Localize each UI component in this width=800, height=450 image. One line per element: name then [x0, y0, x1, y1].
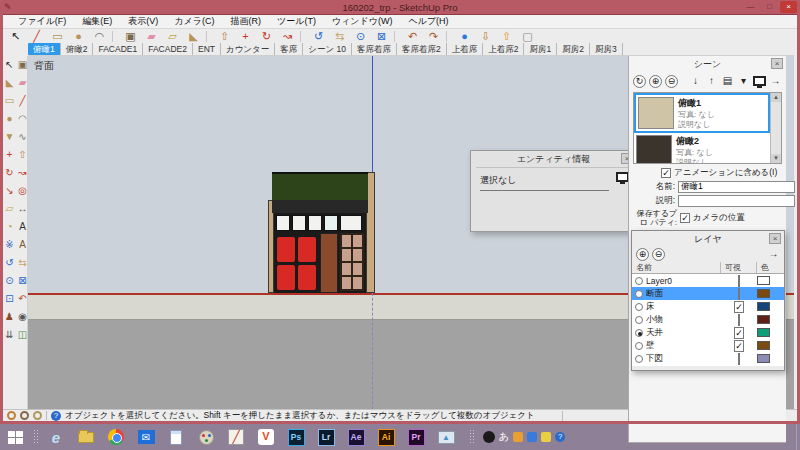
scroll-down-icon[interactable]: ▼: [771, 154, 781, 163]
help-icon[interactable]: ?: [51, 411, 61, 421]
section-plane-tool[interactable]: ◫: [17, 329, 28, 340]
tray-icon-2[interactable]: [527, 432, 537, 442]
layer-color-swatch[interactable]: [757, 354, 770, 363]
menu-item[interactable]: カメラ(C): [167, 15, 221, 28]
zoom-tool[interactable]: ⊙: [350, 30, 371, 43]
tray-icon-1[interactable]: [513, 432, 523, 442]
scene-tab[interactable]: シーン 10: [303, 43, 352, 55]
layer-visible-checkbox[interactable]: ✓: [734, 340, 744, 352]
view-options-dropdown-icon[interactable]: ▤: [721, 75, 734, 88]
layer-row[interactable]: 壁 ✓: [632, 339, 784, 352]
start-button[interactable]: [0, 424, 30, 450]
walk-tool[interactable]: ⇊: [4, 329, 15, 340]
scenes-panel-close-icon[interactable]: ×: [771, 58, 783, 69]
menu-item[interactable]: ファイル(F): [11, 15, 73, 28]
arc-tool[interactable]: ◠: [89, 30, 110, 43]
include-animation-checkbox[interactable]: ✓: [661, 168, 671, 178]
illustrator-icon[interactable]: Ai: [371, 425, 401, 449]
layer-visible-checkbox[interactable]: [738, 288, 740, 300]
layer-current-radio[interactable]: [635, 303, 643, 311]
layer-row[interactable]: 天井 ✓: [632, 326, 784, 339]
credits-status-icon[interactable]: [20, 411, 29, 420]
menu-item[interactable]: 表示(V): [121, 15, 165, 28]
line-tool[interactable]: ╱: [17, 95, 28, 106]
scenes-details-arrow-icon[interactable]: →: [769, 75, 782, 88]
zoom-window-tool[interactable]: ⊡: [4, 293, 15, 304]
layers-panel-title[interactable]: レイヤ: [632, 231, 784, 247]
position-camera-tool[interactable]: ♟: [4, 311, 15, 322]
layer-current-radio[interactable]: [635, 342, 643, 350]
v-app-icon[interactable]: V: [251, 425, 281, 449]
follow-me-tool[interactable]: ↝: [17, 167, 28, 178]
lightroom-icon[interactable]: Lr: [311, 425, 341, 449]
scene-list-item[interactable]: 俯瞰2 写真: なし 説明なし: [634, 133, 770, 164]
scene-tab[interactable]: カウンター: [221, 43, 275, 55]
layer-color-swatch[interactable]: [757, 328, 770, 337]
rotate-tool[interactable]: ↻: [4, 167, 15, 178]
close-button[interactable]: ×: [780, 1, 797, 13]
layer-visible-checkbox[interactable]: [738, 314, 740, 326]
menu-item[interactable]: 編集(E): [75, 15, 119, 28]
menu-item[interactable]: ヘルプ(H): [401, 15, 455, 28]
scene-tab[interactable]: 俯瞰1: [28, 43, 61, 55]
mail-icon[interactable]: ✉: [131, 425, 161, 449]
paint-bucket-tool[interactable]: ◣: [183, 30, 204, 43]
layer-color-swatch[interactable]: [757, 302, 770, 311]
move-tool[interactable]: +: [235, 30, 256, 43]
line-tool[interactable]: ╱: [26, 30, 47, 43]
ime-language-icon[interactable]: あ: [499, 430, 509, 444]
zoom-extents-tool[interactable]: ⊠: [371, 30, 392, 43]
get-models-tool[interactable]: ⇩: [475, 30, 496, 43]
layer-visible-checkbox[interactable]: [738, 275, 740, 287]
update-scene-icon[interactable]: ↻: [633, 75, 646, 88]
move-scene-up-icon[interactable]: ↑: [705, 75, 718, 88]
layer-row[interactable]: 断面: [632, 287, 784, 300]
scene-tab[interactable]: 上着席2: [483, 43, 524, 55]
rectangle-tool[interactable]: ▭: [47, 30, 68, 43]
tape-measure-tool[interactable]: ▱: [162, 30, 183, 43]
make-component-tool[interactable]: ▣: [120, 30, 141, 43]
protractor-tool[interactable]: ◔: [4, 221, 15, 232]
taskbar-grip[interactable]: [33, 429, 38, 445]
layers-header-visible[interactable]: 可視: [721, 262, 757, 273]
scale-tool[interactable]: ↘: [4, 185, 15, 196]
scene-tab[interactable]: FACADE2: [143, 43, 193, 55]
eraser-tool[interactable]: ▰: [141, 30, 162, 43]
layer-color-swatch[interactable]: [757, 341, 770, 350]
layers-panel-close-icon[interactable]: ×: [769, 233, 781, 244]
offset-tool[interactable]: ◎: [17, 185, 28, 196]
dimension-tool[interactable]: ↔: [17, 203, 28, 214]
zoom-tool[interactable]: ⊙: [4, 275, 15, 286]
layer-current-radio[interactable]: [635, 290, 643, 298]
look-around-tool[interactable]: ◉: [17, 311, 28, 322]
menu-item[interactable]: 描画(R): [223, 15, 268, 28]
layer-visible-checkbox[interactable]: ✓: [734, 301, 744, 313]
layers-details-arrow-icon[interactable]: →: [767, 248, 780, 261]
scene-name-input[interactable]: [678, 181, 795, 193]
minimize-button[interactable]: —: [742, 1, 759, 13]
scene-tab[interactable]: 厨房1: [524, 43, 557, 55]
layer-row[interactable]: 小物: [632, 313, 784, 326]
paint-icon[interactable]: [191, 425, 221, 449]
rectangle-tool[interactable]: ▭: [4, 95, 15, 106]
brush-app-icon[interactable]: ╱: [221, 425, 251, 449]
scene-list-item[interactable]: 俯瞰1 写真: なし 説明なし: [634, 93, 770, 133]
entity-info-title[interactable]: エンティティ情報: [471, 151, 636, 167]
measurement-box[interactable]: [562, 411, 622, 421]
previous-view-tool[interactable]: ↶: [402, 30, 423, 43]
scene-list-scrollbar[interactable]: ▲ ▼: [770, 93, 781, 163]
scroll-up-icon[interactable]: ▲: [771, 93, 781, 102]
sep-2[interactable]: [206, 31, 212, 42]
orbit-tool[interactable]: ↺: [4, 257, 15, 268]
layers-header-color[interactable]: 色: [757, 262, 783, 273]
scene-tab[interactable]: 客席: [275, 43, 303, 55]
axes-tool[interactable]: ※: [4, 239, 15, 250]
layer-current-radio[interactable]: [635, 329, 643, 337]
circle-tool[interactable]: ●: [68, 30, 89, 43]
layer-visible-checkbox[interactable]: [738, 353, 740, 365]
scene-tab[interactable]: ENT: [193, 43, 221, 55]
remove-layer-icon[interactable]: ⊖: [652, 248, 665, 261]
push-pull-tool[interactable]: ⇧: [17, 149, 28, 160]
layer-color-swatch[interactable]: [757, 315, 770, 324]
tray-app-icon[interactable]: [483, 431, 495, 443]
